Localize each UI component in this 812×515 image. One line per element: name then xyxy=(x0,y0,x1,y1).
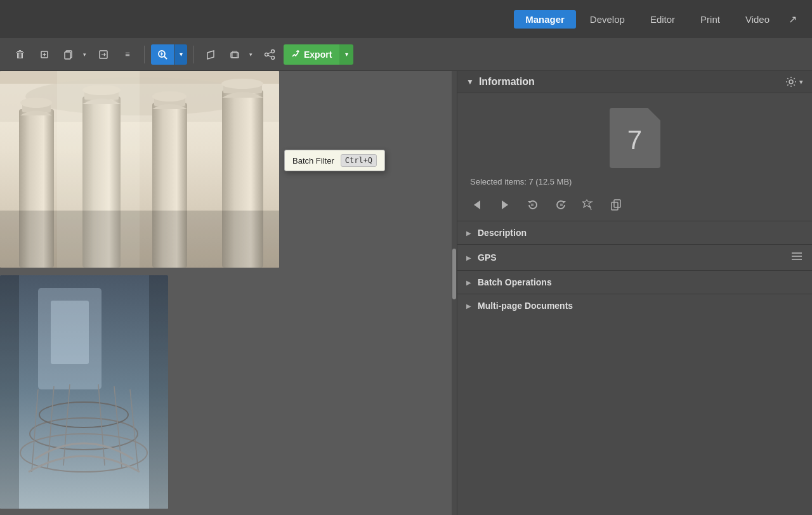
main-photo-staircase[interactable] xyxy=(0,275,168,509)
number-button[interactable]: ≡ xyxy=(117,44,138,65)
file-count-number: 7 xyxy=(627,125,642,155)
prev-button[interactable] xyxy=(468,195,487,214)
move-button[interactable] xyxy=(93,44,114,65)
main-layout: Batch Filter Ctrl+Q ▼ Information ▾ 7 xyxy=(0,71,812,515)
batch-filter-group: ▾ xyxy=(151,44,187,65)
history-button[interactable] xyxy=(200,44,221,65)
section-gps-arrow: ▶ xyxy=(466,254,471,261)
svg-rect-44 xyxy=(0,211,279,268)
svg-marker-64 xyxy=(563,201,566,204)
svg-line-13 xyxy=(268,52,272,54)
scroll-thumb xyxy=(452,249,456,299)
svg-line-14 xyxy=(268,55,272,57)
section-menu-icon[interactable] xyxy=(790,251,803,264)
batch-filter-button[interactable] xyxy=(151,44,174,65)
photo-area: Batch Filter Ctrl+Q xyxy=(0,71,457,515)
toolbar-separator-1 xyxy=(144,46,145,63)
main-photo-columns[interactable] xyxy=(0,71,279,268)
copy-dropdown[interactable]: ▾ xyxy=(79,44,89,65)
svg-rect-63 xyxy=(531,204,534,206)
svg-line-7 xyxy=(164,56,167,59)
copy-btn-group: ▾ xyxy=(58,44,89,65)
section-description[interactable]: ▶ Description xyxy=(457,221,812,244)
export-button[interactable]: Export xyxy=(284,44,339,65)
section-gps[interactable]: ▶ GPS xyxy=(457,244,812,270)
settings-dropdown-arrow: ▾ xyxy=(799,78,803,86)
batch-filter-dropdown[interactable]: ▾ xyxy=(174,44,187,65)
section-batch-label: Batch Operations xyxy=(478,277,552,287)
svg-point-10 xyxy=(272,49,275,53)
panel-settings-button[interactable]: ▾ xyxy=(785,76,803,88)
batch-filter-tooltip: Batch Filter Ctrl+Q xyxy=(284,150,385,171)
stack-btn-group: ▾ xyxy=(225,44,256,65)
section-description-arrow: ▶ xyxy=(466,230,471,237)
nav-tab-editor[interactable]: Editor xyxy=(639,10,686,29)
svg-point-12 xyxy=(272,56,275,59)
add-button[interactable] xyxy=(34,44,55,65)
svg-rect-65 xyxy=(560,204,563,206)
file-count-icon: 7 xyxy=(606,106,664,169)
selected-info-text: Selected items: 7 (12.5 MB) xyxy=(468,177,572,186)
svg-rect-66 xyxy=(612,202,618,210)
section-batch-operations[interactable]: ▶ Batch Operations xyxy=(457,270,812,294)
svg-marker-60 xyxy=(474,200,480,209)
tooltip-shortcut: Ctrl+Q xyxy=(341,154,377,167)
nav-tab-develop[interactable]: Develop xyxy=(579,10,636,29)
svg-point-59 xyxy=(789,80,793,84)
stars-button[interactable] xyxy=(579,195,598,214)
export-dropdown[interactable]: ▾ xyxy=(339,44,353,65)
export-group: Export ▾ xyxy=(284,44,353,65)
svg-rect-58 xyxy=(149,275,168,509)
scroll-indicator[interactable] xyxy=(452,71,457,515)
export-label: Export xyxy=(304,49,332,60)
section-multi-page[interactable]: ▶ Multi-page Documents xyxy=(457,294,812,317)
stack-button[interactable] xyxy=(225,44,245,65)
rotate-cw-button[interactable] xyxy=(551,195,570,214)
copy-button[interactable] xyxy=(58,44,79,65)
external-link-icon: ↗ xyxy=(783,10,802,29)
selected-area: 7 Selected items: 7 (12.5 MB) xyxy=(457,93,812,193)
svg-point-11 xyxy=(265,53,268,56)
toolbar: 🗑 ▾ ≡ ▾ xyxy=(0,38,812,71)
nav-tab-video[interactable]: Video xyxy=(734,10,781,29)
pages-button[interactable] xyxy=(607,195,626,214)
action-icons-row xyxy=(457,193,812,221)
section-batch-arrow: ▶ xyxy=(466,279,471,286)
section-multi-label: Multi-page Documents xyxy=(478,301,573,311)
panel-header: ▼ Information ▾ xyxy=(457,71,812,93)
panel-collapse-icon[interactable]: ▼ xyxy=(466,77,474,86)
next-button[interactable] xyxy=(495,195,514,214)
svg-marker-61 xyxy=(502,200,508,209)
panel-title: Information xyxy=(479,76,780,88)
share-button[interactable] xyxy=(259,44,280,65)
rotate-ccw-button[interactable] xyxy=(523,195,542,214)
svg-rect-57 xyxy=(0,275,19,509)
stack-dropdown[interactable]: ▾ xyxy=(246,44,256,65)
section-multi-arrow: ▶ xyxy=(466,303,471,310)
svg-point-42 xyxy=(221,79,263,89)
top-navigation: Manager Develop Editor Print Video ↗ xyxy=(0,0,812,38)
right-panel: ▼ Information ▾ 7 Selected items: 7 (12.… xyxy=(457,71,812,515)
svg-marker-62 xyxy=(528,201,530,204)
svg-rect-4 xyxy=(65,52,70,59)
nav-tab-print[interactable]: Print xyxy=(689,10,731,29)
section-gps-label: GPS xyxy=(478,252,497,263)
toolbar-separator-2 xyxy=(193,46,194,63)
delete-button[interactable]: 🗑 xyxy=(10,44,30,65)
section-description-label: Description xyxy=(478,228,527,238)
svg-point-33 xyxy=(20,98,52,108)
svg-point-39 xyxy=(152,91,187,101)
svg-rect-67 xyxy=(614,200,620,207)
tooltip-label: Batch Filter xyxy=(292,156,334,166)
svg-rect-47 xyxy=(51,301,89,364)
nav-tab-manager[interactable]: Manager xyxy=(514,10,576,29)
